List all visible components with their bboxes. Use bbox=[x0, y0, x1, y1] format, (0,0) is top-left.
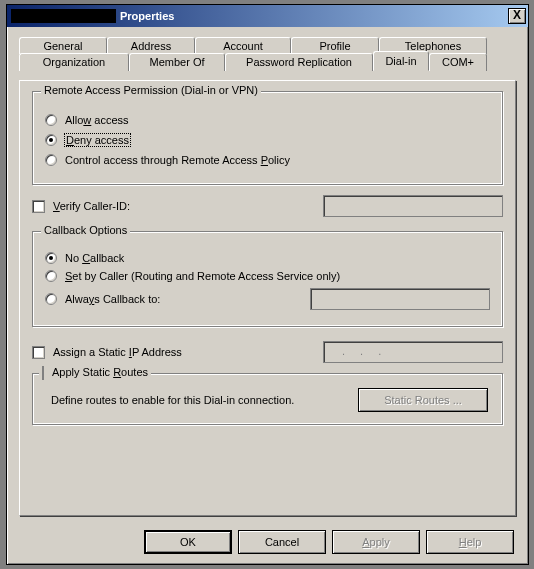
ok-button[interactable]: OK bbox=[144, 530, 232, 554]
tab-address[interactable]: Address bbox=[107, 37, 195, 54]
radio-icon bbox=[45, 252, 57, 264]
group-legend: Callback Options bbox=[41, 224, 130, 236]
tab-label: General bbox=[43, 40, 82, 52]
radio-label: Deny access bbox=[65, 134, 130, 146]
input-caller-id[interactable] bbox=[323, 195, 503, 217]
tabstrip: General Address Account Profile Telephon… bbox=[19, 37, 516, 81]
button-label: Apply bbox=[362, 536, 390, 548]
radio-no-callback[interactable]: No Callback bbox=[45, 252, 490, 264]
tab-label: Address bbox=[131, 40, 171, 52]
radio-label: Set by Caller (Routing and Remote Access… bbox=[65, 270, 340, 282]
close-button[interactable]: X bbox=[508, 8, 526, 24]
tab-general[interactable]: General bbox=[19, 37, 107, 54]
group-remote-access: Remote Access Permission (Dial-in or VPN… bbox=[32, 91, 503, 185]
properties-dialog: Properties X General Address Account Pro… bbox=[6, 4, 529, 565]
radio-deny-access[interactable]: Deny access bbox=[45, 134, 490, 146]
radio-always-callback[interactable]: Always Callback to: bbox=[45, 288, 490, 310]
button-label: Static Routes ... bbox=[384, 394, 462, 406]
button-label: Help bbox=[459, 536, 482, 548]
radio-icon bbox=[45, 154, 57, 166]
radio-icon bbox=[45, 270, 57, 282]
tab-label: Organization bbox=[43, 56, 105, 68]
dialog-buttons: OK Cancel Apply Help bbox=[144, 530, 514, 554]
title-redacted bbox=[11, 9, 116, 23]
input-static-ip[interactable]: . . . bbox=[323, 341, 503, 363]
tab-com-plus[interactable]: COM+ bbox=[429, 53, 487, 71]
row-static-ip: Assign a Static IP Address . . . bbox=[32, 341, 503, 363]
radio-icon bbox=[45, 114, 57, 126]
tab-label: Dial-in bbox=[385, 55, 416, 67]
checkbox-static-routes[interactable] bbox=[42, 366, 44, 380]
radio-icon bbox=[45, 293, 57, 305]
radio-label: No Callback bbox=[65, 252, 124, 264]
static-routes-button[interactable]: Static Routes ... bbox=[358, 388, 488, 412]
cancel-button[interactable]: Cancel bbox=[238, 530, 326, 554]
radio-allow-access[interactable]: Allow access bbox=[45, 114, 490, 126]
tab-organization[interactable]: Organization bbox=[19, 53, 129, 71]
radio-label: Allow access bbox=[65, 114, 129, 126]
group-callback-options: Callback Options No Callback Set by Call… bbox=[32, 231, 503, 327]
radio-policy-access[interactable]: Control access through Remote Access Pol… bbox=[45, 154, 490, 166]
ip-dots: . . . bbox=[342, 345, 387, 357]
checkbox-label: Verify Caller-ID: bbox=[53, 200, 130, 212]
radio-icon bbox=[45, 134, 57, 146]
close-icon: X bbox=[513, 8, 521, 22]
apply-button[interactable]: Apply bbox=[332, 530, 420, 554]
tab-member-of[interactable]: Member Of bbox=[129, 53, 225, 71]
button-label: Cancel bbox=[265, 536, 299, 548]
window-title: Properties bbox=[120, 10, 508, 22]
static-routes-desc: Define routes to enable for this Dial-in… bbox=[51, 394, 358, 406]
checkbox-label: Assign a Static IP Address bbox=[53, 346, 182, 358]
tab-label: Profile bbox=[319, 40, 350, 52]
row-verify-caller-id: Verify Caller-ID: bbox=[32, 195, 503, 217]
tab-label: Member Of bbox=[149, 56, 204, 68]
radio-set-by-caller[interactable]: Set by Caller (Routing and Remote Access… bbox=[45, 270, 490, 282]
tab-label: COM+ bbox=[442, 56, 474, 68]
tab-password-replication[interactable]: Password Replication bbox=[225, 53, 373, 71]
button-label: OK bbox=[180, 536, 196, 548]
checkbox-static-ip[interactable] bbox=[32, 346, 45, 359]
tab-row-1: General Address Account Profile Telephon… bbox=[19, 37, 516, 54]
radio-label: Always Callback to: bbox=[65, 293, 160, 305]
tab-dial-in[interactable]: Dial-in bbox=[373, 51, 429, 71]
checkbox-label: Apply Static Routes bbox=[52, 366, 148, 378]
titlebar: Properties X bbox=[7, 5, 528, 27]
help-button[interactable]: Help bbox=[426, 530, 514, 554]
tab-account[interactable]: Account bbox=[195, 37, 291, 54]
group-static-routes: Apply Static Routes Define routes to ena… bbox=[32, 373, 503, 425]
radio-label: Control access through Remote Access Pol… bbox=[65, 154, 290, 166]
group-legend: Apply Static Routes bbox=[39, 366, 151, 379]
tab-row-2: Organization Member Of Password Replicat… bbox=[19, 53, 516, 71]
tab-label: Password Replication bbox=[246, 56, 352, 68]
checkbox-verify-caller-id[interactable] bbox=[32, 200, 45, 213]
input-callback-number[interactable] bbox=[310, 288, 490, 310]
tab-panel-dial-in: Remote Access Permission (Dial-in or VPN… bbox=[19, 80, 516, 516]
tab-label: Account bbox=[223, 40, 263, 52]
tab-profile[interactable]: Profile bbox=[291, 37, 379, 54]
group-legend: Remote Access Permission (Dial-in or VPN… bbox=[41, 84, 261, 96]
dialog-content: General Address Account Profile Telephon… bbox=[7, 27, 528, 564]
